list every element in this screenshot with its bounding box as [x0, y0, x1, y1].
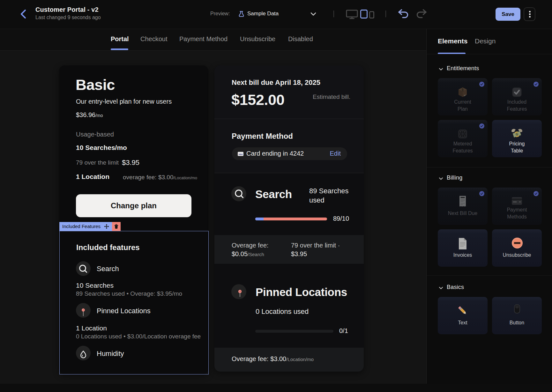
svg-text:VISA: VISA: [239, 153, 243, 155]
